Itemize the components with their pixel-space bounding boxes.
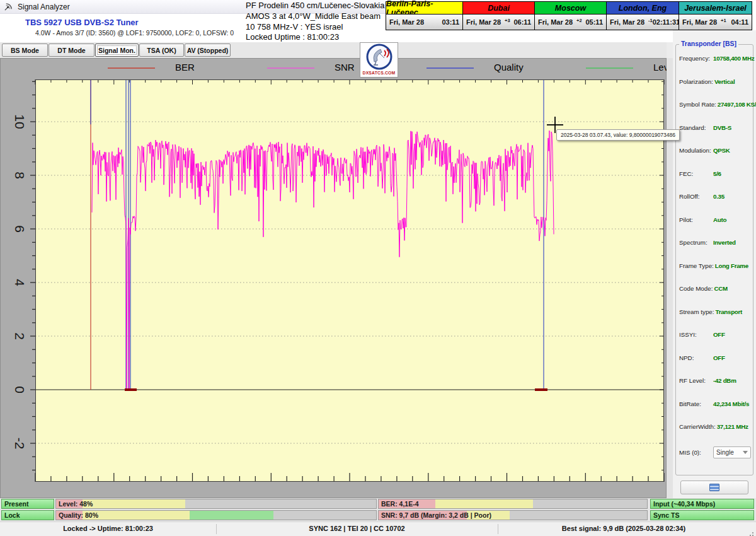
tp-row-bitrate: BitRate:42,234 Mbit/s xyxy=(679,400,751,407)
clock-city-label: Berlin-Paris-Lučenec xyxy=(386,2,462,15)
quality-progress-text: Quality: 80% xyxy=(59,511,98,520)
chart-tooltip: 2025-03-28 03.07.43, value: 9,8000001907… xyxy=(556,129,680,141)
legend-quality-line xyxy=(427,67,474,69)
legend-ber-label: BER xyxy=(175,62,195,73)
window-title: Signal Analyzer xyxy=(18,3,70,11)
ytick-minus2: -2 xyxy=(12,438,27,450)
tp-row-stream-type: Stream type:Transport xyxy=(679,308,751,315)
ytick-2: 2 xyxy=(12,332,27,340)
mode-tabs: BS Mode DT Mode Signal Mon. TSA (OK) AV … xyxy=(0,42,667,58)
tab-signal-mon[interactable]: Signal Mon. xyxy=(95,44,139,57)
mis-dropdown[interactable]: Single xyxy=(713,446,751,458)
tp-row-polarization: Polarization:Vertical xyxy=(679,78,751,85)
chevron-down-icon xyxy=(743,451,748,454)
legend-snr-line xyxy=(267,67,314,69)
present-badge: Present xyxy=(1,499,54,509)
tp-row-modulation: Modulation:QPSK xyxy=(679,147,751,154)
clock-time: 03:11 xyxy=(442,18,459,26)
tp-row-frequency: Frequency:10758,400 MHz xyxy=(679,55,751,62)
dxsatcs-logo-icon xyxy=(365,43,393,71)
statusbar-uptime: Locked -> Uptime: 81:00:23 xyxy=(0,525,216,532)
clock-london: London, Eng Fri, Mar 28 -1 02:11:31 xyxy=(607,2,679,30)
info-line-uptime: Locked Uptime : 81:00:23 xyxy=(246,32,391,43)
dxsatcs-logo-text: DXSATCS.COM xyxy=(363,71,396,75)
device-subtitle: 4.0W - Amos 3/7 (ID: 3560) @ LOF1: 97500… xyxy=(35,29,234,37)
clock-dubai: Dubai Fri, Mar 28 +3 06:11 xyxy=(463,2,535,30)
clock-city-label: Dubai xyxy=(463,2,534,15)
ytick-6: 6 xyxy=(12,225,27,233)
header-band: Signal Analyzer TBS 5927 USB DVB-S2 Tune… xyxy=(0,0,756,42)
clock-city-label: Jerusalem-Israel xyxy=(679,2,752,15)
list-icon xyxy=(709,484,719,491)
tp-row-code-mode: Code Mode:CCM xyxy=(679,285,751,292)
app-satellite-icon xyxy=(4,2,13,11)
world-clocks: Berlin-Paris-Lučenec Fri, Mar 28 03:11 D… xyxy=(386,1,752,30)
resize-grip[interactable] xyxy=(752,532,753,533)
clock-date: Fri, Mar 28 xyxy=(610,18,644,26)
legend-ber-line xyxy=(108,67,155,69)
tab-dt-mode[interactable]: DT Mode xyxy=(49,44,94,57)
tp-row-fec: FEC:5/6 xyxy=(679,170,751,177)
tp-row-issyi: ISSYI:OFF xyxy=(679,331,751,338)
statusbar-sync-counters: SYNC 162 | TEI 20 | CC 10702 xyxy=(216,525,498,532)
clock-berlin: Berlin-Paris-Lučenec Fri, Mar 28 03:11 xyxy=(386,2,463,30)
tp-row-rolloff: RollOff:0.35 xyxy=(679,193,751,200)
input-bitrate-badge: Input (~40,34 Mbps) xyxy=(650,499,754,509)
clock-moscow: Moscow Fri, Mar 28 +2 05:11 xyxy=(535,2,607,30)
clock-date: Fri, Mar 28 xyxy=(538,18,573,26)
clock-time: 02:11:31 xyxy=(653,18,680,26)
clock-time: 05:11 xyxy=(585,18,603,26)
tp-row-symbol-rate: Symbol Rate:27497,108 KS/s xyxy=(679,101,751,108)
transponder-title: Transponder [BS] xyxy=(679,40,738,47)
tab-bs-mode[interactable]: BS Mode xyxy=(2,44,48,57)
clock-date: Fri, Mar 28 xyxy=(389,18,424,26)
quality-progress-bar: Quality: 80% xyxy=(55,510,377,520)
statusbar: Locked -> Uptime: 81:00:23 SYNC 162 | TE… xyxy=(0,521,756,536)
panel-splitter[interactable] xyxy=(667,58,673,498)
ytick-8: 8 xyxy=(12,172,27,179)
tab-av[interactable]: AV (Stopped) xyxy=(185,44,231,57)
tab-tsa[interactable]: TSA (OK) xyxy=(139,44,184,57)
clock-city-label: Moscow xyxy=(535,2,606,15)
tp-row-pilot: Pilot:Auto xyxy=(679,216,751,223)
ytick-0: 0 xyxy=(12,386,27,393)
level-progress-bar: Level: 48% xyxy=(55,499,377,509)
transponder-panel: Transponder [BS] Frequency:10758,400 MHz… xyxy=(673,30,756,498)
ber-progress-text: BER: 4,1E-4 xyxy=(381,499,419,508)
snr-progress-bar: SNR: 9,7 dB (Margin: 3,2 dB | Poor) xyxy=(378,510,648,520)
info-line-frequency: 10 758 MHz-V : YES israel xyxy=(246,22,391,33)
lock-badge: Lock xyxy=(1,510,54,520)
legend-quality-label: Quality xyxy=(494,62,524,73)
ytick-4: 4 xyxy=(12,279,27,286)
tp-row-rf-level: RF Level:-42 dBm xyxy=(679,377,751,384)
antenna-info-block: PF Prodelin 450 cm/Lučenec-Slovakia AMOS… xyxy=(246,1,391,43)
legend-snr-label: SNR xyxy=(335,62,355,73)
ytick-10: 10 xyxy=(12,114,27,129)
tp-row-carrier-width: CarrierWidth:37,121 MHz xyxy=(679,423,751,430)
sync-ts-badge: Sync TS xyxy=(650,510,754,520)
dxsatcs-logo: DXSATCS.COM xyxy=(360,42,398,78)
clock-date: Fri, Mar 28 xyxy=(466,18,501,26)
clock-jerusalem: Jerusalem-Israel Fri, Mar 28 +1 04:11 xyxy=(679,2,752,30)
log-export-button[interactable] xyxy=(680,481,748,494)
tp-row-mis: MIS (0): Single xyxy=(679,446,751,458)
transponder-groupbox: Transponder [BS] Frequency:10758,400 MHz… xyxy=(675,44,753,475)
transponder-rows: Frequency:10758,400 MHz Polarization:Ver… xyxy=(679,55,751,458)
clock-date: Fri, Mar 28 xyxy=(682,18,717,26)
info-line-satellite: AMOS 3 at 4,0°W_Middle East beam xyxy=(246,11,391,22)
clock-utc-offset: -1 xyxy=(648,18,653,23)
ber-progress-bar: BER: 4,1E-4 xyxy=(378,499,648,509)
mis-dropdown-value: Single xyxy=(716,449,734,456)
clock-utc-offset: +2 xyxy=(576,18,582,23)
clock-time: 04:11 xyxy=(731,18,748,26)
clock-time: 06:11 xyxy=(513,18,531,26)
tp-row-frame-type: Frame Type:Long Frame xyxy=(679,262,751,269)
tp-row-standard: Standard:DVB-S xyxy=(679,124,751,131)
clock-utc-offset: +1 xyxy=(721,18,726,23)
statusbar-best-signal: Best signal: 9,9 dB (2025-03-28 02:34) xyxy=(498,525,750,532)
signal-chart-panel: BER SNR Quality Level 10 8 6 4 2 0 -2 20… xyxy=(0,58,667,498)
tp-row-npd: NPD:OFF xyxy=(679,354,751,361)
clock-utc-offset: +3 xyxy=(505,18,510,23)
tp-row-spectrum: Spectrum:Inverted xyxy=(679,239,751,246)
level-progress-text: Level: 48% xyxy=(59,499,93,508)
